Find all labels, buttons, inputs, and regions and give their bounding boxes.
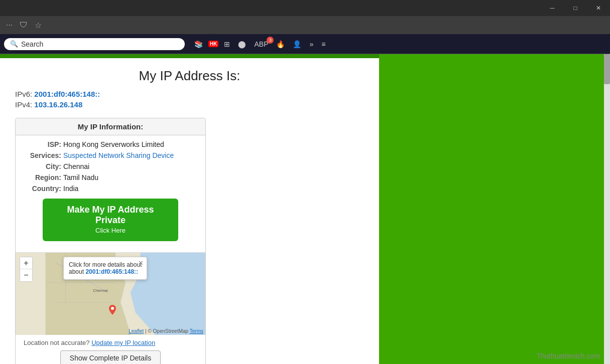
scrollbar-track bbox=[604, 54, 610, 364]
city-row: City: Chennai bbox=[24, 162, 197, 170]
ip-info-card: My IP Information: ISP: Hong Kong Server… bbox=[15, 118, 206, 364]
terms-link[interactable]: Terms bbox=[190, 328, 203, 334]
leaflet-link[interactable]: Leaflet bbox=[129, 328, 144, 334]
overflow-icon[interactable]: » bbox=[307, 39, 316, 50]
location-note-text: Location not accurate? bbox=[24, 339, 90, 346]
make-private-main-text: Make My IP Address Private bbox=[67, 205, 154, 225]
isp-label: ISP: bbox=[24, 140, 61, 148]
svg-text:Chennai: Chennai bbox=[93, 288, 108, 293]
page-inner: My IP Address Is: IPv6: 2001:df0:465:148… bbox=[0, 58, 379, 364]
adblock-icon-container: ABP 3 bbox=[252, 39, 271, 50]
ipv4-line: IPv4: 103.16.26.148 bbox=[15, 100, 364, 109]
ipv4-label: IPv4: bbox=[15, 100, 32, 109]
green-top-banner bbox=[0, 54, 379, 58]
page-title: My IP Address Is: bbox=[15, 68, 364, 84]
scrollbar-thumb[interactable] bbox=[604, 54, 610, 84]
services-row: Services: Suspected Network Sharing Devi… bbox=[24, 151, 197, 159]
ip-info-header: My IP Information: bbox=[16, 118, 205, 135]
make-private-sub-text: Click Here bbox=[51, 227, 170, 238]
titlebar: ─ □ ✕ bbox=[0, 0, 610, 16]
right-sidebar-green bbox=[379, 54, 610, 364]
search-bar[interactable]: 🔍 bbox=[4, 38, 185, 50]
make-private-button[interactable]: Make My IP Address Private Click Here bbox=[43, 199, 178, 241]
zoom-in-button[interactable]: + bbox=[20, 257, 32, 269]
page-content: My IP Address Is: IPv6: 2001:df0:465:148… bbox=[0, 54, 610, 364]
adblock-badge: 3 bbox=[267, 37, 274, 44]
region-label: Region: bbox=[24, 173, 61, 181]
city-value: Chennai bbox=[63, 162, 89, 170]
update-location-link[interactable]: Update my IP location bbox=[91, 339, 155, 346]
search-icon: 🔍 bbox=[10, 40, 18, 48]
minimize-button[interactable]: ─ bbox=[541, 0, 564, 16]
city-label: City: bbox=[24, 162, 61, 170]
ipv4-value[interactable]: 103.16.26.148 bbox=[34, 100, 82, 109]
right-sidebar bbox=[379, 54, 610, 364]
library-icon[interactable]: 📚 bbox=[192, 39, 205, 50]
ipv6-value[interactable]: 2001:df0:465:148:: bbox=[34, 90, 100, 98]
show-details-button[interactable]: Show Complete IP Details bbox=[60, 350, 161, 364]
map-zoom-controls: + − bbox=[20, 257, 33, 282]
region-row: Region: Tamil Nadu bbox=[24, 173, 197, 181]
menu-icon[interactable]: ≡ bbox=[319, 39, 328, 50]
ip-info-body: ISP: Hong Kong Serverworks Limited Servi… bbox=[16, 135, 205, 252]
fire-icon[interactable]: 🔥 bbox=[274, 39, 287, 50]
map-popup: ✕ Click for more details about about 200… bbox=[63, 257, 147, 280]
popup-ip: 2001:df0:465:148:: bbox=[85, 268, 138, 275]
bookmark-icon[interactable]: ☆ bbox=[33, 20, 44, 31]
ipv6-label: IPv6: bbox=[15, 90, 32, 98]
country-row: Country: India bbox=[24, 185, 197, 193]
isp-row: ISP: Hong Kong Serverworks Limited bbox=[24, 140, 197, 148]
svg-point-8 bbox=[111, 307, 114, 310]
map-attribution: Leaflet | © OpenStreetMap Terms bbox=[129, 328, 203, 334]
services-label: Services: bbox=[24, 151, 61, 159]
more-options-button[interactable]: ··· bbox=[4, 20, 15, 31]
close-button[interactable]: ✕ bbox=[587, 0, 610, 16]
services-value: Suspected Network Sharing Device bbox=[63, 151, 174, 159]
toolbar-icons: 📚 HK ⊞ ⬤ ABP 3 🔥 👤 » ≡ bbox=[192, 39, 328, 50]
reader-mode-icon[interactable]: 🛡 bbox=[18, 20, 30, 31]
main-area: My IP Address Is: IPv6: 2001:df0:465:148… bbox=[0, 54, 379, 364]
isp-value: Hong Kong Serverworks Limited bbox=[63, 140, 164, 148]
services-link[interactable]: Suspected Network Sharing Device bbox=[63, 151, 174, 159]
container-icon[interactable]: ⊞ bbox=[221, 39, 232, 50]
map-pin[interactable] bbox=[108, 305, 116, 315]
watermark: Thuthuattienich.com bbox=[537, 352, 600, 360]
browser-circle-icon[interactable]: ⬤ bbox=[235, 39, 249, 50]
country-label: Country: bbox=[24, 185, 61, 193]
location-note: Location not accurate? Update my IP loca… bbox=[16, 339, 205, 346]
region-value: Tamil Nadu bbox=[63, 173, 98, 181]
addressbar: 🔍 📚 HK ⊞ ⬤ ABP 3 🔥 👤 » ≡ bbox=[0, 34, 610, 54]
zoom-out-button[interactable]: − bbox=[20, 269, 32, 281]
hk-extension-icon[interactable]: HK bbox=[208, 41, 218, 47]
popup-text: Click for more details about bbox=[69, 261, 142, 268]
osm-attribution: | © OpenStreetMap bbox=[145, 328, 190, 334]
ipv6-line: IPv6: 2001:df0:465:148:: bbox=[15, 90, 364, 98]
tabbar: ··· 🛡 ☆ bbox=[0, 16, 610, 34]
map-container[interactable]: Chennai + − ✕ Click for more details abo… bbox=[16, 252, 205, 335]
popup-close-button[interactable]: ✕ bbox=[138, 259, 144, 267]
account-icon[interactable]: 👤 bbox=[290, 39, 304, 50]
search-input[interactable] bbox=[21, 40, 179, 48]
maximize-button[interactable]: □ bbox=[564, 0, 587, 16]
country-value: India bbox=[63, 185, 78, 193]
